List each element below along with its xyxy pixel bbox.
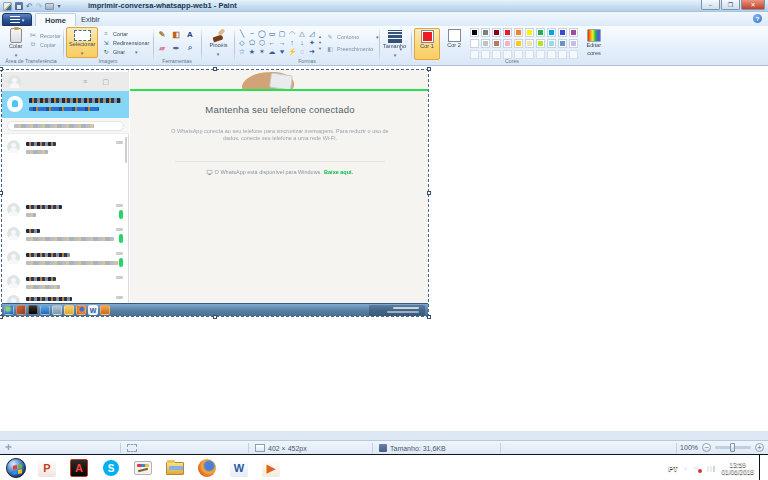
taskbar-adobe[interactable]: A [64, 457, 94, 479]
selection-handle[interactable] [213, 67, 217, 71]
shape-cell[interactable]: ☆ [237, 47, 247, 56]
size-button[interactable]: Tamanho ▾ [383, 30, 407, 57]
start-button[interactable] [2, 457, 30, 479]
selection-handle[interactable] [427, 191, 431, 195]
palette-color[interactable] [536, 28, 545, 37]
qat-customize-icon[interactable]: ▾ [57, 2, 60, 11]
shape-cell[interactable]: ⚡ [287, 47, 297, 56]
palette-color[interactable] [470, 28, 479, 37]
selection-handle[interactable] [427, 67, 431, 71]
shape-cell[interactable]: ◿ [307, 29, 317, 38]
edit-colors-button[interactable]: Editar cores [580, 29, 608, 60]
shapes-scroll[interactable]: ▲▼▼ [317, 29, 322, 56]
tool-icon[interactable]: ▰ [157, 43, 167, 53]
palette-empty-slot[interactable] [481, 50, 490, 59]
shape-cell[interactable]: → [277, 38, 287, 47]
palette-color[interactable] [503, 39, 512, 48]
language-indicator[interactable]: PT [669, 465, 678, 472]
palette-empty-slot[interactable] [569, 50, 578, 59]
palette-color[interactable] [525, 39, 534, 48]
palette-color[interactable] [492, 39, 501, 48]
shape-cell[interactable]: ↓ [297, 38, 307, 47]
shape-cell[interactable]: ☁ [267, 47, 277, 56]
taskbar-firefox[interactable] [192, 457, 222, 479]
brushes-button[interactable]: Pincéis ▾ [205, 29, 231, 56]
palette-empty-slot[interactable] [536, 50, 545, 59]
palette-empty-slot[interactable] [470, 50, 479, 59]
shape-cell[interactable]: ◠ [287, 29, 297, 38]
select-button[interactable]: Selecionar ▾ [66, 27, 98, 58]
selection-handle[interactable] [427, 315, 431, 319]
palette-color[interactable] [514, 39, 523, 48]
taskbar-word[interactable]: W [224, 457, 254, 479]
shape-cell[interactable]: ⬠ [247, 38, 257, 47]
tray-expand-icon[interactable]: ▲ [683, 465, 689, 471]
selection-handle[interactable] [0, 315, 3, 319]
color1-button[interactable]: Cor 1 [414, 28, 440, 60]
print-icon[interactable] [45, 3, 54, 10]
zoom-out-button[interactable]: − [702, 443, 711, 452]
shape-cell[interactable]: ⬡ [257, 38, 267, 47]
palette-empty-slot[interactable] [558, 50, 567, 59]
palette-color[interactable] [547, 28, 556, 37]
palette-color[interactable] [536, 39, 545, 48]
tab-home[interactable]: Home [35, 13, 76, 26]
paint-canvas[interactable]: ≡ ▢ [0, 67, 768, 431]
palette-color[interactable] [481, 39, 490, 48]
tool-icon[interactable]: ⌕ [185, 43, 195, 53]
taskbar-media[interactable]: ▶ [256, 457, 286, 479]
palette-empty-slot[interactable] [525, 50, 534, 59]
tab-view[interactable]: Exibir [72, 13, 109, 26]
color2-button[interactable]: Cor 2 [442, 28, 466, 60]
shape-cell[interactable]: ➔ [307, 47, 317, 56]
taskbar-powerpoint[interactable]: P [32, 457, 62, 479]
taskbar-clock[interactable]: 13:59 01/06/2018 [721, 461, 754, 476]
shape-cell[interactable]: ◇ [237, 38, 247, 47]
palette-empty-slot[interactable] [492, 50, 501, 59]
zoom-slider[interactable] [715, 446, 751, 449]
palette-color[interactable] [503, 28, 512, 37]
show-desktop-button[interactable] [759, 455, 766, 480]
palette-color[interactable] [569, 28, 578, 37]
paint-menu-button[interactable]: ▾ [2, 13, 32, 26]
selection-handle[interactable] [213, 315, 217, 319]
palette-color[interactable] [547, 39, 556, 48]
shape-cell[interactable]: ↑ [287, 38, 297, 47]
shape-cell[interactable]: ♥ [277, 47, 287, 56]
close-button[interactable]: ✕ [741, 0, 765, 10]
palette-color[interactable] [525, 28, 534, 37]
shape-cell[interactable]: ✦ [307, 38, 317, 47]
shape-cell[interactable]: ✶ [257, 47, 267, 56]
palette-color[interactable] [492, 28, 501, 37]
selection-handle[interactable] [0, 67, 3, 71]
shape-cell[interactable]: △ [297, 29, 307, 38]
palette-empty-slot[interactable] [547, 50, 556, 59]
palette-color[interactable] [514, 28, 523, 37]
tool-icon[interactable]: ✎ [157, 29, 167, 39]
zoom-in-button[interactable]: + [755, 443, 764, 452]
palette-color[interactable] [470, 39, 479, 48]
taskbar-explorer[interactable] [160, 457, 190, 479]
shape-cell[interactable]: ╲ [237, 29, 247, 38]
volume-icon[interactable] [693, 464, 702, 473]
maximize-button[interactable]: ❐ [721, 0, 740, 10]
shape-cell[interactable]: ← [267, 38, 277, 47]
zoom-slider-thumb[interactable] [730, 443, 735, 452]
palette-color[interactable] [481, 28, 490, 37]
shape-cell[interactable]: ◌ [297, 47, 307, 56]
shape-cell[interactable]: ▭ [267, 29, 277, 38]
redo-icon[interactable]: ↷ [36, 2, 43, 11]
tool-icon[interactable]: ✒ [171, 43, 181, 53]
tool-icon[interactable]: ◧ [171, 29, 181, 39]
paste-button[interactable]: Colar ▾ [4, 28, 28, 57]
taskbar-paint[interactable] [128, 457, 158, 479]
palette-color[interactable] [558, 28, 567, 37]
minimize-button[interactable]: – [701, 0, 720, 10]
shape-cell[interactable]: ▢ [277, 29, 287, 38]
palette-color[interactable] [569, 39, 578, 48]
pasted-image-selection[interactable]: ≡ ▢ [1, 69, 429, 317]
tool-icon[interactable]: A [185, 29, 195, 39]
taskbar-skype[interactable]: S [96, 457, 126, 479]
shape-cell[interactable]: ~ [247, 29, 257, 38]
shape-cell[interactable]: ★ [247, 47, 257, 56]
